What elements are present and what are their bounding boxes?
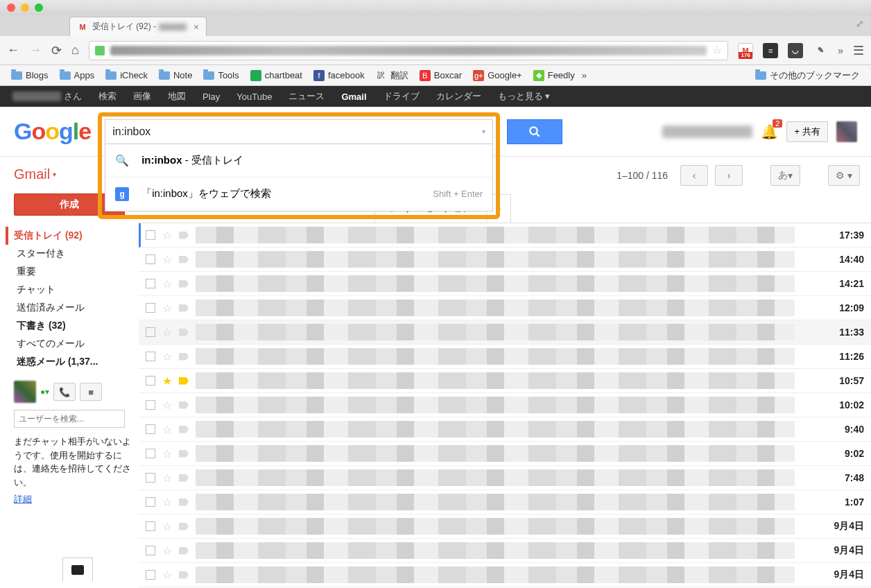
star-icon[interactable]: ☆ — [162, 229, 172, 242]
gbar-gmail[interactable]: Gmail — [341, 92, 366, 102]
bookmark-facebook[interactable]: ffacebook — [309, 69, 369, 83]
sidebar-item[interactable]: 送信済みメール — [14, 299, 132, 317]
gbar-youtube[interactable]: YouTube — [236, 92, 272, 102]
importance-marker-icon[interactable] — [179, 474, 189, 482]
sidebar-item[interactable]: 受信トレイ (92) — [6, 227, 132, 245]
star-icon[interactable]: ☆ — [162, 520, 172, 533]
search-options-dropdown-icon[interactable]: ▾ — [482, 128, 485, 135]
star-icon[interactable]: ☆ — [162, 569, 172, 582]
mail-row[interactable]: ☆17:39 — [139, 223, 871, 248]
mail-row[interactable]: ☆14:40 — [139, 248, 871, 272]
importance-marker-icon[interactable] — [179, 377, 189, 385]
star-icon[interactable]: ★ — [162, 374, 172, 388]
importance-marker-icon[interactable] — [179, 450, 189, 458]
star-icon[interactable]: ☆ — [162, 350, 172, 363]
mail-row[interactable]: ☆9:02 — [139, 442, 871, 466]
star-icon[interactable]: ☆ — [162, 496, 172, 509]
pocket-icon[interactable]: ◡ — [788, 43, 803, 58]
forward-icon[interactable]: → — [29, 43, 42, 58]
importance-marker-icon[interactable] — [179, 353, 189, 361]
menu-icon[interactable]: ☰ — [853, 43, 864, 58]
mail-row[interactable]: ☆11:33 — [139, 320, 871, 345]
extensions-overflow-icon[interactable]: » — [838, 45, 843, 56]
mail-row[interactable]: ☆11:26 — [139, 345, 871, 369]
suggestion-websearch[interactable]: g 「in:inbox」をウェブで検索 Shift + Enter — [105, 178, 492, 211]
status-indicator-icon[interactable]: ●▾ — [40, 387, 49, 397]
star-icon[interactable]: ☆ — [162, 399, 172, 412]
mail-row[interactable]: ★10:57 — [139, 369, 871, 393]
extension-icon-4[interactable]: ✎ — [813, 43, 828, 58]
row-checkbox[interactable] — [146, 521, 155, 531]
importance-marker-icon[interactable] — [179, 280, 189, 288]
tab-close-icon[interactable]: × — [193, 21, 199, 33]
window-minimize[interactable] — [21, 3, 29, 12]
address-bar[interactable]: ☆ — [89, 41, 728, 60]
sidebar-item[interactable]: 迷惑メール (1,37... — [14, 353, 132, 371]
detail-link[interactable]: 詳細 — [14, 493, 32, 505]
share-button[interactable]: +共有 — [786, 121, 828, 142]
row-checkbox[interactable] — [146, 449, 155, 458]
extension-icon-2[interactable]: ≡ — [763, 43, 778, 58]
star-icon[interactable]: ☆ — [162, 326, 172, 339]
mail-row[interactable]: ☆9月4日 — [139, 514, 871, 539]
bookmark-translate[interactable]: 訳翻訳 — [372, 68, 413, 83]
other-bookmarks[interactable]: その他のブックマーク — [751, 68, 864, 83]
gbar-play[interactable]: Play — [202, 92, 220, 102]
row-checkbox[interactable] — [146, 254, 155, 264]
mail-row[interactable]: ☆9月4日 — [139, 539, 871, 563]
star-icon[interactable]: ☆ — [162, 472, 172, 485]
importance-marker-icon[interactable] — [179, 256, 189, 263]
window-expand-icon[interactable]: ⤢ — [856, 18, 864, 29]
row-checkbox[interactable] — [146, 352, 155, 361]
suggestion-inbox[interactable]: 🔍 in:inbox - 受信トレイ — [105, 144, 492, 178]
importance-marker-icon[interactable] — [179, 571, 189, 579]
star-icon[interactable]: ☆ — [162, 253, 172, 266]
importance-marker-icon[interactable] — [179, 232, 189, 239]
notifications-icon[interactable]: 🔔2 — [761, 123, 778, 140]
call-button[interactable]: 📞 — [53, 383, 76, 401]
settings-button[interactable]: ⚙ ▾ — [828, 165, 860, 186]
mail-row[interactable]: ☆14:21 — [139, 272, 871, 296]
pager-next-button[interactable]: › — [715, 165, 743, 186]
row-checkbox[interactable] — [146, 327, 155, 337]
bookmark-blogs[interactable]: Blogs — [7, 69, 53, 82]
importance-marker-icon[interactable] — [179, 547, 189, 555]
importance-marker-icon[interactable] — [179, 499, 189, 506]
mail-row[interactable]: ☆9:40 — [139, 417, 871, 442]
user-avatar[interactable] — [836, 121, 857, 142]
row-checkbox[interactable] — [146, 279, 155, 288]
row-checkbox[interactable] — [146, 303, 155, 313]
mail-row[interactable]: ☆12:09 — [139, 296, 871, 320]
row-checkbox[interactable] — [146, 570, 155, 580]
gbar-maps[interactable]: 地図 — [168, 90, 186, 103]
home-icon[interactable]: ⌂ — [71, 43, 79, 58]
bookmark-icheck[interactable]: iCheck — [101, 69, 152, 82]
bookmark-tools[interactable]: Tools — [199, 69, 243, 82]
search-input[interactable]: in:inbox ▾ — [105, 119, 493, 144]
importance-marker-icon[interactable] — [179, 304, 189, 312]
star-icon[interactable]: ☆ — [162, 544, 172, 557]
bookmark-chartbeat[interactable]: chartbeat — [246, 69, 307, 83]
row-checkbox[interactable] — [146, 400, 155, 410]
mail-row[interactable]: ☆9月4日 — [139, 563, 871, 587]
sidebar-item[interactable]: すべてのメール — [14, 335, 132, 353]
hangout-avatar[interactable] — [14, 381, 36, 403]
row-checkbox[interactable] — [146, 424, 155, 434]
row-checkbox[interactable] — [146, 546, 155, 555]
search-button[interactable] — [507, 119, 562, 144]
back-icon[interactable]: ← — [7, 43, 19, 58]
browser-tab[interactable]: M 受信トレイ (92) - × — [69, 17, 207, 36]
bookmark-boxcar[interactable]: BBoxcar — [415, 69, 466, 83]
importance-marker-icon[interactable] — [179, 329, 189, 336]
chat-fab[interactable] — [62, 557, 93, 581]
gbar-news[interactable]: ニュース — [288, 90, 325, 103]
gbar-drive[interactable]: ドライブ — [383, 90, 420, 103]
bookmarks-more[interactable]: » — [582, 70, 587, 80]
bookmark-note[interactable]: Note — [155, 69, 196, 82]
video-button[interactable]: ■ — [80, 383, 102, 401]
sidebar-item[interactable]: 重要 — [14, 263, 132, 281]
importance-marker-icon[interactable] — [179, 426, 189, 433]
mail-row[interactable]: ☆10:02 — [139, 393, 871, 417]
sidebar-item[interactable]: スター付き — [14, 245, 132, 263]
mail-row[interactable]: ☆7:48 — [139, 466, 871, 490]
